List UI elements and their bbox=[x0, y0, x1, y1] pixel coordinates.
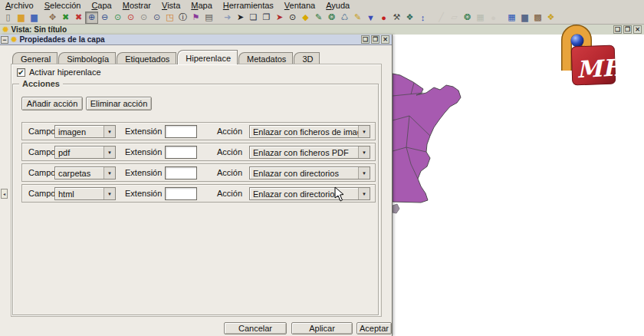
dialog-window-buttons: ❏❐✕ bbox=[361, 35, 392, 44]
info-tool-icon[interactable]: ⓘ bbox=[176, 12, 189, 24]
menu-vista[interactable]: Vista bbox=[156, 0, 186, 11]
menu-ayuda[interactable]: Ayuda bbox=[320, 0, 355, 11]
accion-select-value: Enlazar con ficheros PDF bbox=[250, 148, 358, 157]
tab-etiquetados[interactable]: Etiquetados bbox=[117, 52, 176, 64]
catalog-search-icon[interactable]: ❖ bbox=[544, 12, 557, 24]
chevron-down-icon[interactable]: ▼ bbox=[358, 147, 370, 158]
chevron-down-icon[interactable]: ▼ bbox=[104, 167, 115, 179]
activate-hyperlink-checkbox[interactable]: ✔ bbox=[17, 68, 25, 77]
vista-close-button[interactable]: ✕ bbox=[633, 25, 642, 34]
extension-input[interactable] bbox=[165, 166, 197, 180]
alert-tool-icon[interactable]: ● bbox=[377, 12, 390, 24]
campo-select[interactable]: imagen▼ bbox=[54, 125, 116, 138]
campo-select[interactable]: pdf▼ bbox=[54, 146, 116, 159]
filter-tool-icon[interactable]: ▼ bbox=[364, 12, 377, 24]
new-document-icon[interactable]: ▯ bbox=[2, 12, 15, 24]
campo-select[interactable]: html▼ bbox=[54, 187, 116, 200]
campo-select-value: carpetas bbox=[55, 169, 104, 178]
accion-select[interactable]: Enlazar con ficheros PDF▼ bbox=[249, 146, 370, 159]
menu-herramientas[interactable]: Herramientas bbox=[218, 0, 279, 11]
hyperlink-tool-icon[interactable]: ⚑ bbox=[189, 12, 202, 24]
select-layer-icon[interactable]: ➤ bbox=[273, 12, 286, 24]
chevron-down-icon[interactable]: ▼ bbox=[358, 188, 370, 199]
dialog-restore-button[interactable]: ❏ bbox=[361, 35, 370, 44]
tab-metadatos[interactable]: Metadatos bbox=[238, 52, 293, 64]
zoom-out-icon[interactable]: ⊖ bbox=[98, 12, 111, 24]
measure-tool-icon[interactable]: ↕ bbox=[416, 12, 429, 24]
aceptar-button[interactable]: Aceptar bbox=[356, 322, 392, 334]
accion-select[interactable]: Enlazar con directorios▼ bbox=[249, 166, 370, 180]
zoom-extents-icon[interactable]: ✖ bbox=[59, 12, 72, 24]
menu-seleccion[interactable]: Selección bbox=[39, 0, 87, 11]
refresh-view-icon[interactable]: ♺ bbox=[338, 12, 351, 24]
tab-3d[interactable]: 3D bbox=[294, 52, 320, 64]
extension-input[interactable] bbox=[165, 146, 197, 159]
delete-action-button[interactable]: Eliminar acción bbox=[86, 97, 152, 110]
geoprocess-tool-icon[interactable]: ❖ bbox=[403, 12, 416, 24]
extension-input[interactable] bbox=[165, 125, 197, 138]
action-row-pdf: Campopdf▼ExtensiónAcciónEnlazar con fich… bbox=[21, 143, 376, 161]
select-pointer-icon[interactable]: ➤ bbox=[234, 12, 247, 24]
menu-mostrar[interactable]: Mostrar bbox=[117, 0, 156, 11]
vista-window-titlebar[interactable]: ✹ Vista: Sin título ❏❐✕ bbox=[0, 25, 644, 35]
menu-mapa[interactable]: Mapa bbox=[186, 0, 218, 11]
dialog-tabs: GeneralSimbologíaEtiquetadosHiperenlaceM… bbox=[12, 50, 320, 64]
campo-select-value: pdf bbox=[55, 148, 104, 157]
raster-tool-icon: ▦ bbox=[474, 12, 487, 24]
chevron-down-icon[interactable]: ▼ bbox=[358, 126, 370, 137]
open-project-icon[interactable]: ▆ bbox=[15, 12, 28, 24]
tab-simbologia[interactable]: Simbología bbox=[58, 52, 116, 64]
action-row-imagen: Campoimagen▼ExtensiónAcciónEnlazar con f… bbox=[21, 122, 376, 140]
zoom-layer-icon[interactable]: ⊙ bbox=[111, 12, 124, 24]
cancelar-button[interactable]: Cancelar bbox=[224, 322, 287, 334]
print-icon[interactable]: ▤ bbox=[202, 12, 215, 24]
zoom-pointer-icon[interactable]: ⊙ bbox=[150, 12, 163, 24]
extension-label: Extensión bbox=[125, 123, 162, 140]
toc-collapse-arrow-button[interactable]: ◂ bbox=[1, 189, 8, 199]
select-polygon-icon[interactable]: ❐ bbox=[260, 12, 273, 24]
zoom-selection-icon[interactable]: ⊙ bbox=[124, 12, 137, 24]
chevron-down-icon[interactable]: ▼ bbox=[104, 147, 115, 158]
world-view-icon[interactable]: ❂ bbox=[461, 12, 474, 24]
style-brush-icon[interactable]: ✎ bbox=[351, 12, 364, 24]
tab-hiperenlace[interactable]: Hiperenlace bbox=[177, 50, 238, 64]
dialog-titlebar[interactable]: − ✹ Propiedades de la capa ❏❐✕ bbox=[0, 35, 392, 45]
dialog-maximize-button[interactable]: ❐ bbox=[371, 35, 380, 44]
campo-select[interactable]: carpetas▼ bbox=[54, 166, 116, 180]
menu-capa[interactable]: Capa bbox=[86, 0, 117, 11]
save-project-icon[interactable]: ▆ bbox=[28, 12, 41, 24]
select-circle-icon[interactable]: ⊙ bbox=[286, 12, 299, 24]
zoom-previous-icon[interactable]: ✖ bbox=[72, 12, 85, 24]
aplicar-button[interactable]: Aplicar bbox=[291, 322, 353, 334]
extension-input[interactable] bbox=[165, 187, 197, 200]
menu-ventana[interactable]: Ventana bbox=[279, 0, 320, 11]
zoom-pixels-icon[interactable]: ⊙ bbox=[137, 12, 150, 24]
export-image-icon[interactable]: ▩ bbox=[531, 12, 544, 24]
chevron-down-icon[interactable]: ▼ bbox=[358, 167, 370, 179]
menu-archivo[interactable]: Archivo bbox=[0, 0, 39, 11]
vista-maximize-button[interactable]: ❐ bbox=[623, 25, 632, 34]
add-action-button[interactable]: Añadir acción bbox=[21, 97, 83, 110]
select-rectangle-icon[interactable]: ❏ bbox=[247, 12, 260, 24]
data-link-icon[interactable]: ➜ bbox=[221, 12, 234, 24]
settings-tools-icon[interactable]: ⚒ bbox=[390, 12, 403, 24]
accion-select[interactable]: Enlazar con directorios▼ bbox=[249, 187, 370, 200]
action-row-html: Campohtml▼ExtensiónAcciónEnlazar con dir… bbox=[21, 184, 376, 203]
attribute-table-icon[interactable]: ▦ bbox=[505, 12, 518, 24]
snap-point-icon[interactable]: ◆ bbox=[299, 12, 312, 24]
pan-tool-icon[interactable]: ✥ bbox=[46, 12, 59, 24]
edit-geometry-icon[interactable]: ✎ bbox=[312, 12, 325, 24]
chevron-down-icon[interactable]: ▼ bbox=[104, 188, 115, 199]
world-layers-icon[interactable]: ❂ bbox=[325, 12, 338, 24]
map-region-polygon[interactable] bbox=[393, 74, 461, 203]
accion-select-value: Enlazar con ficheros de imagen bbox=[250, 127, 358, 137]
center-to-point-icon[interactable]: ◳ bbox=[163, 12, 176, 24]
dialog-close-button[interactable]: ✕ bbox=[381, 35, 389, 44]
save-edits-icon[interactable]: ▆ bbox=[518, 12, 531, 24]
accion-select[interactable]: Enlazar con ficheros de imagen▼ bbox=[249, 125, 370, 138]
campo-label: Campo bbox=[28, 123, 55, 140]
dialog-minimize-button[interactable]: − bbox=[1, 36, 8, 44]
tab-general[interactable]: General bbox=[12, 52, 58, 64]
zoom-in-icon[interactable]: ⊕ bbox=[85, 12, 98, 24]
chevron-down-icon[interactable]: ▼ bbox=[104, 126, 115, 137]
